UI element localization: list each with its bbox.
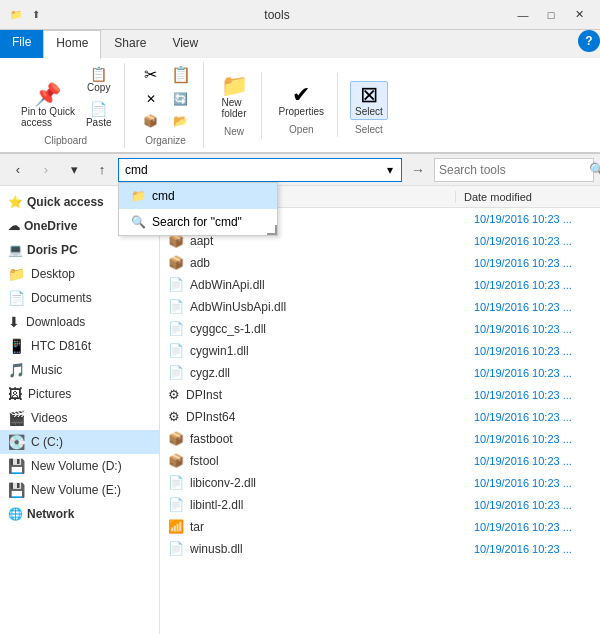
- file-cell-name: 📄 AdbWinUsbApi.dll: [160, 299, 470, 314]
- file-cell-date: 10/19/2016 10:23 ...: [470, 433, 600, 445]
- sidebar-item-documents[interactable]: 📄 Documents: [0, 286, 159, 310]
- search-icon[interactable]: 🔍: [589, 162, 600, 177]
- address-dropdown-popup: 📁 cmd 🔍 Search for "cmd": [118, 182, 278, 236]
- table-row[interactable]: 📄 cyggcc_s-1.dll 10/19/2016 10:23 ...: [160, 318, 600, 340]
- up-directory-button[interactable]: ↑: [90, 158, 114, 182]
- tab-view[interactable]: View: [159, 30, 211, 58]
- paste-button[interactable]: 📄 Paste: [82, 98, 116, 131]
- address-box: ▾ 📁 cmd 🔍 Search for "cmd": [118, 158, 402, 182]
- open-buttons: ✔ Properties: [274, 81, 330, 120]
- tab-file[interactable]: File: [0, 30, 43, 58]
- table-row[interactable]: 📄 cygwin1.dll 10/19/2016 10:23 ...: [160, 340, 600, 362]
- copy-button[interactable]: 📋 Copy: [82, 63, 116, 96]
- address-option-search[interactable]: 🔍 Search for "cmd": [119, 209, 277, 235]
- sidebar-item-c-drive[interactable]: 💽 C (C:): [0, 430, 159, 454]
- table-row[interactable]: ⚙ DPInst64 10/19/2016 10:23 ...: [160, 406, 600, 428]
- file-icon: ⚙: [168, 409, 180, 424]
- cut-button[interactable]: ✂: [137, 62, 165, 87]
- sidebar-item-videos[interactable]: 🎬 Videos: [0, 406, 159, 430]
- up-icon[interactable]: ⬆: [28, 7, 44, 23]
- new-folder-button[interactable]: 📁 Newfolder: [216, 72, 253, 122]
- back-button[interactable]: ‹: [6, 158, 30, 182]
- file-cell-date: 10/19/2016 10:23 ...: [470, 367, 600, 379]
- forward-button[interactable]: ›: [34, 158, 58, 182]
- music-icon: 🎵: [8, 362, 25, 378]
- table-row[interactable]: 📄 libintl-2.dll 10/19/2016 10:23 ...: [160, 494, 600, 516]
- table-row[interactable]: 📦 adb 10/19/2016 10:23 ...: [160, 252, 600, 274]
- maximize-button[interactable]: □: [538, 5, 564, 25]
- pin-to-quick-access-button[interactable]: 📌 Pin to Quickaccess: [16, 81, 80, 131]
- search-box: 🔍: [434, 158, 594, 182]
- help-button[interactable]: ?: [578, 30, 600, 52]
- sidebar-item-d-drive[interactable]: 💾 New Volume (D:): [0, 454, 159, 478]
- address-input[interactable]: [118, 158, 402, 182]
- table-row[interactable]: 📄 winusb.dll 10/19/2016 10:23 ...: [160, 538, 600, 560]
- rename-icon: 🔄: [173, 92, 188, 106]
- file-icon: 📄: [168, 277, 184, 292]
- sidebar-item-downloads[interactable]: ⬇ Downloads: [0, 310, 159, 334]
- sidebar-item-e-drive[interactable]: 💾 New Volume (E:): [0, 478, 159, 502]
- table-row[interactable]: 📶 tar 10/19/2016 10:23 ...: [160, 516, 600, 538]
- table-row[interactable]: 📄 cygz.dll 10/19/2016 10:23 ...: [160, 362, 600, 384]
- recent-locations-button[interactable]: ▾: [62, 158, 86, 182]
- file-cell-date: 10/19/2016 10:23 ...: [470, 301, 600, 313]
- file-icon: 📄: [168, 299, 184, 314]
- properties-button[interactable]: ✔ Properties: [274, 81, 330, 120]
- file-cell-date: 10/19/2016 10:23 ...: [470, 521, 600, 533]
- table-row[interactable]: 📦 fstool 10/19/2016 10:23 ...: [160, 450, 600, 472]
- sidebar: ⭐ Quick access ☁ OneDrive 💻 Doris PC 📁 D…: [0, 186, 160, 634]
- select-button[interactable]: ⊠ Select: [350, 81, 388, 120]
- file-cell-name: 📄 cygz.dll: [160, 365, 470, 380]
- file-icon: 📄: [168, 541, 184, 556]
- rename-button[interactable]: 🔄: [167, 89, 195, 109]
- table-row[interactable]: ⚙ DPInst 10/19/2016 10:23 ...: [160, 384, 600, 406]
- sidebar-header-dorispc[interactable]: 💻 Doris PC: [0, 238, 159, 262]
- quick-access-star-icon: ⭐: [8, 195, 23, 209]
- clipboard-group: 📌 Pin to Quickaccess 📋 Copy 📄 Paste Clip…: [8, 63, 125, 148]
- open-label: Open: [289, 124, 313, 135]
- address-option-cmd[interactable]: 📁 cmd: [119, 183, 277, 209]
- delete-button[interactable]: ✕: [137, 89, 165, 109]
- search-input[interactable]: [439, 163, 589, 177]
- tab-home[interactable]: Home: [43, 30, 101, 59]
- sidebar-item-pictures[interactable]: 🖼 Pictures: [0, 382, 159, 406]
- videos-icon: 🎬: [8, 410, 25, 426]
- window-controls: — □ ✕: [510, 5, 592, 25]
- copy-to-icon: 📂: [173, 114, 188, 128]
- close-button[interactable]: ✕: [566, 5, 592, 25]
- sidebar-item-htc[interactable]: 📱 HTC D816t: [0, 334, 159, 358]
- table-row[interactable]: 📦 fastboot 10/19/2016 10:23 ...: [160, 428, 600, 450]
- move-to-button[interactable]: 📦: [137, 111, 165, 131]
- file-icon: 📄: [168, 343, 184, 358]
- copy-small-button[interactable]: 📋: [167, 62, 195, 87]
- file-cell-name: 📦 adb: [160, 255, 470, 270]
- ribbon: File Home Share View ? 📌 Pin to Quickacc…: [0, 30, 600, 154]
- copy-to-button[interactable]: 📂: [167, 111, 195, 131]
- file-name: cyggcc_s-1.dll: [190, 322, 266, 336]
- go-button[interactable]: →: [406, 158, 430, 182]
- file-name: cygz.dll: [190, 366, 230, 380]
- file-cell-name: 📄 libintl-2.dll: [160, 497, 470, 512]
- col-date[interactable]: Date modified: [456, 191, 586, 203]
- sidebar-item-music[interactable]: 🎵 Music: [0, 358, 159, 382]
- c-drive-icon: 💽: [8, 434, 25, 450]
- desktop-icon: 📁: [8, 266, 25, 282]
- tab-share[interactable]: Share: [101, 30, 159, 58]
- pictures-icon: 🖼: [8, 386, 22, 402]
- file-cell-name: 📄 AdbWinApi.dll: [160, 277, 470, 292]
- sidebar-item-desktop[interactable]: 📁 Desktop: [0, 262, 159, 286]
- table-row[interactable]: 📄 libiconv-2.dll 10/19/2016 10:23 ...: [160, 472, 600, 494]
- file-cell-name: ⚙ DPInst: [160, 387, 470, 402]
- htc-icon: 📱: [8, 338, 25, 354]
- pin-icon: 📌: [34, 84, 61, 106]
- address-dropdown-button[interactable]: ▾: [378, 158, 402, 182]
- table-row[interactable]: 📄 AdbWinApi.dll 10/19/2016 10:23 ...: [160, 274, 600, 296]
- minimize-button[interactable]: —: [510, 5, 536, 25]
- move-icon: 📦: [143, 114, 158, 128]
- new-label: New: [224, 126, 244, 137]
- sidebar-header-network[interactable]: 🌐 Network: [0, 502, 159, 526]
- file-list-body[interactable]: 📦 7z 10/19/2016 10:23 ... 📦 aapt 10/19/2…: [160, 208, 600, 634]
- quick-access-icon[interactable]: 📁: [8, 7, 24, 23]
- table-row[interactable]: 📄 AdbWinUsbApi.dll 10/19/2016 10:23 ...: [160, 296, 600, 318]
- select-buttons: ⊠ Select: [350, 81, 388, 120]
